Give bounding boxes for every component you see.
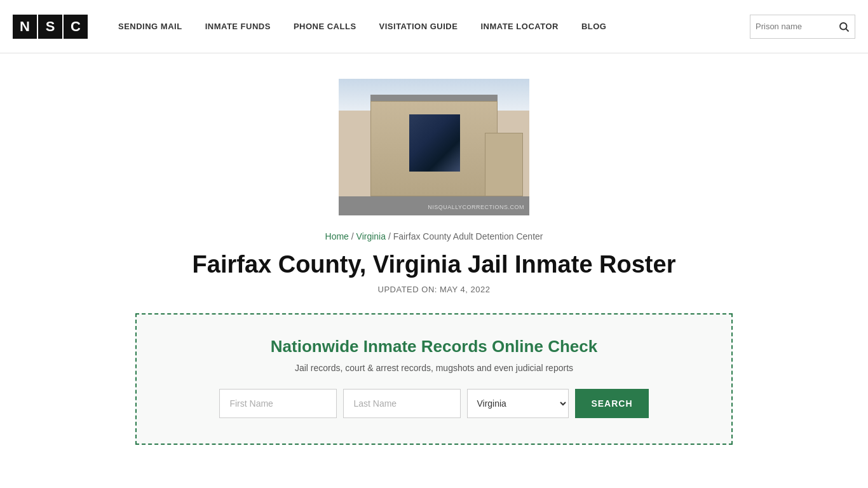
svg-point-0 bbox=[840, 23, 847, 30]
breadcrumb-page: Fairfax County Adult Detention Center bbox=[393, 231, 543, 241]
svg-line-1 bbox=[846, 29, 848, 31]
nav-visitation-guide[interactable]: VISITATION GUIDE bbox=[368, 22, 470, 31]
facility-image-container: NISQUALLYCORRECTIONS.COM bbox=[339, 79, 529, 215]
records-subtitle: Jail records, court & arrest records, mu… bbox=[162, 363, 706, 373]
header-search-box bbox=[750, 15, 855, 39]
logo-letter-s: S bbox=[38, 15, 62, 39]
nav-sending-mail[interactable]: SENDING MAIL bbox=[107, 22, 194, 31]
state-select[interactable]: AlabamaAlaskaArizonaArkansasCaliforniaCo… bbox=[467, 389, 569, 418]
breadcrumb-home[interactable]: Home bbox=[325, 231, 349, 241]
updated-date: UPDATED ON: MAY 4, 2022 bbox=[378, 285, 491, 294]
breadcrumb-state[interactable]: Virginia bbox=[356, 231, 386, 241]
nav-inmate-funds[interactable]: INMATE FUNDS bbox=[194, 22, 282, 31]
records-search-button[interactable]: SEARCH bbox=[575, 389, 648, 418]
header-search-input[interactable] bbox=[756, 22, 838, 31]
image-watermark: NISQUALLYCORRECTIONS.COM bbox=[428, 204, 524, 210]
first-name-input[interactable] bbox=[219, 389, 337, 418]
breadcrumb: Home / Virginia / Fairfax County Adult D… bbox=[325, 231, 543, 241]
building-glass bbox=[409, 114, 460, 172]
nav-phone-calls[interactable]: PHONE CALLS bbox=[282, 22, 368, 31]
breadcrumb-sep-1: / bbox=[351, 231, 356, 241]
search-icon bbox=[838, 21, 850, 32]
logo-letter-n: N bbox=[13, 15, 37, 39]
records-title: Nationwide Inmate Records Online Check bbox=[162, 337, 706, 356]
main-content: NISQUALLYCORRECTIONS.COM Home / Virginia… bbox=[0, 53, 868, 464]
breadcrumb-sep-2: / bbox=[388, 231, 393, 241]
page-title: Fairfax County, Virginia Jail Inmate Ros… bbox=[180, 251, 689, 278]
records-search-form: AlabamaAlaskaArizonaArkansasCaliforniaCo… bbox=[162, 389, 706, 418]
last-name-input[interactable] bbox=[343, 389, 461, 418]
main-nav: SENDING MAIL INMATE FUNDS PHONE CALLS VI… bbox=[107, 22, 750, 31]
nav-blog[interactable]: BLOG bbox=[570, 22, 618, 31]
nav-inmate-locator[interactable]: INMATE LOCATOR bbox=[469, 22, 570, 31]
building-right-wing bbox=[485, 133, 523, 196]
building-main bbox=[370, 101, 498, 196]
records-search-box: Nationwide Inmate Records Online Check J… bbox=[135, 313, 733, 445]
header-search-button[interactable] bbox=[838, 21, 850, 32]
facility-image bbox=[339, 79, 529, 215]
logo-letter-c: C bbox=[64, 15, 88, 39]
logo[interactable]: N S C bbox=[13, 15, 88, 39]
header: N S C SENDING MAIL INMATE FUNDS PHONE CA… bbox=[0, 0, 868, 53]
